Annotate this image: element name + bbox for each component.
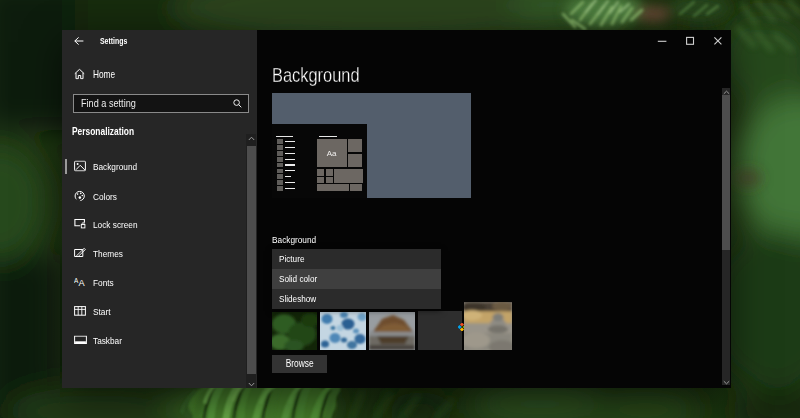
svg-text:Aa: Aa: [327, 149, 337, 158]
svg-text:A: A: [78, 278, 85, 287]
